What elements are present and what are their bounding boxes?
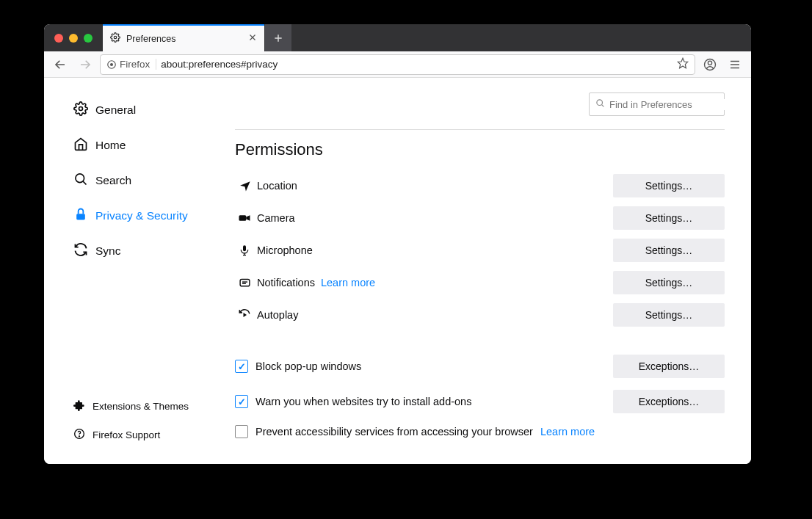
sidebar-item-search[interactable]: Search [68,163,235,198]
search-input[interactable] [609,99,733,110]
svg-point-11 [708,61,711,65]
sidebar-item-label: Home [95,139,126,152]
sidebar-item-label: General [95,104,136,117]
learn-more-link[interactable]: Learn more [321,277,375,288]
block-popups-checkbox[interactable] [235,360,248,373]
support-link[interactable]: Firefox Support [68,421,235,449]
tab-strip: Preferences [103,24,291,51]
titlebar: Preferences [44,24,751,51]
permission-label: Microphone [254,244,613,256]
microphone-icon [235,244,254,256]
help-icon [73,428,85,442]
permission-label: Autoplay [254,309,613,321]
window-controls [44,34,103,43]
identity-box[interactable]: Firefox [106,59,156,70]
warn-addons-row: Warn you when websites try to install ad… [235,384,725,419]
sidebar-item-home[interactable]: Home [68,128,235,163]
checkbox-label: Block pop-up windows [255,360,613,372]
svg-marker-9 [678,58,687,68]
back-button[interactable] [50,54,70,75]
minimize-window-button[interactable] [69,34,78,43]
svg-marker-29 [244,313,247,317]
main-content: Permissions Location Settings… Camera Se… [235,78,751,464]
nav-toolbar: Firefox about:preferences#privacy [44,51,751,78]
prevent-accessibility-checkbox[interactable] [235,425,248,438]
account-button[interactable] [700,54,720,75]
url-text: about:preferences#privacy [161,59,673,70]
popups-exceptions-button[interactable]: Exceptions… [613,355,725,378]
block-popups-row: Block pop-up windows Exceptions… [235,349,725,384]
svg-marker-24 [246,215,250,221]
search-icon [73,172,88,189]
sidebar-item-label: Search [95,174,131,187]
identity-label: Firefox [120,59,150,70]
sidebar-item-sync[interactable]: Sync [68,233,235,269]
sidebar-item-label: Privacy & Security [95,209,188,222]
warn-addons-checkbox[interactable] [235,395,248,408]
content-area: General Home Search Privacy & Security S… [44,78,751,464]
extensions-link[interactable]: Extensions & Themes [68,392,235,421]
svg-point-8 [110,62,113,65]
location-icon [235,180,254,192]
svg-point-21 [597,100,603,106]
link-label: Extensions & Themes [93,401,189,412]
new-tab-button[interactable] [265,24,291,51]
checkbox-label: Warn you when websites try to install ad… [255,396,613,407]
gear-icon [73,101,88,119]
sidebar: General Home Search Privacy & Security S… [44,78,235,464]
notifications-icon [235,277,254,289]
autoplay-settings-button[interactable]: Settings… [613,303,725,327]
svg-rect-26 [240,279,250,286]
firefox-icon [106,59,117,70]
search-icon [595,98,605,110]
maximize-window-button[interactable] [84,34,93,43]
permission-row-autoplay: Autoplay Settings… [235,299,725,331]
svg-point-16 [76,174,84,183]
tab-title: Preferences [126,34,175,44]
sidebar-item-general[interactable]: General [68,92,235,128]
permission-row-microphone: Microphone Settings… [235,234,725,266]
lock-icon [73,207,88,225]
svg-rect-18 [76,214,85,219]
learn-more-link[interactable]: Learn more [540,426,595,438]
svg-line-17 [83,181,86,184]
camera-settings-button[interactable]: Settings… [613,206,725,230]
tab-preferences[interactable]: Preferences [103,24,264,51]
permission-row-notifications: NotificationsLearn more Settings… [235,266,725,299]
autoplay-icon [235,308,254,322]
permission-label: NotificationsLearn more [254,277,613,288]
home-icon [73,137,88,154]
forward-button[interactable] [75,54,95,75]
url-bar[interactable]: Firefox about:preferences#privacy [100,54,695,75]
permission-row-camera: Camera Settings… [235,202,725,234]
browser-window: Preferences Firefox about:preferences#pr… [44,24,751,464]
gear-icon [110,32,120,45]
sync-icon [73,242,88,260]
bookmark-star-icon[interactable] [677,57,689,71]
close-tab-icon[interactable] [248,33,257,44]
svg-point-15 [79,107,83,111]
svg-point-20 [79,436,79,437]
camera-icon [235,211,254,225]
puzzle-icon [73,399,85,413]
link-label: Firefox Support [93,429,160,440]
microphone-settings-button[interactable]: Settings… [613,239,725,262]
find-in-preferences[interactable] [589,92,725,116]
permission-label: Camera [254,212,613,224]
location-settings-button[interactable]: Settings… [613,174,725,197]
addons-exceptions-button[interactable]: Exceptions… [613,390,725,413]
svg-rect-25 [243,245,246,251]
svg-line-22 [602,105,604,107]
svg-point-0 [114,36,117,39]
close-window-button[interactable] [54,34,63,43]
permission-label: Location [254,180,613,192]
sidebar-item-privacy[interactable]: Privacy & Security [68,198,235,233]
sidebar-item-label: Sync [95,244,120,258]
notifications-settings-button[interactable]: Settings… [613,271,725,294]
checkbox-label: Prevent accessibility services from acce… [255,426,725,438]
menu-button[interactable] [725,54,745,75]
svg-rect-23 [239,215,247,221]
section-heading: Permissions [235,140,725,159]
permission-row-location: Location Settings… [235,170,725,202]
prevent-accessibility-row: Prevent accessibility services from acce… [235,419,725,444]
